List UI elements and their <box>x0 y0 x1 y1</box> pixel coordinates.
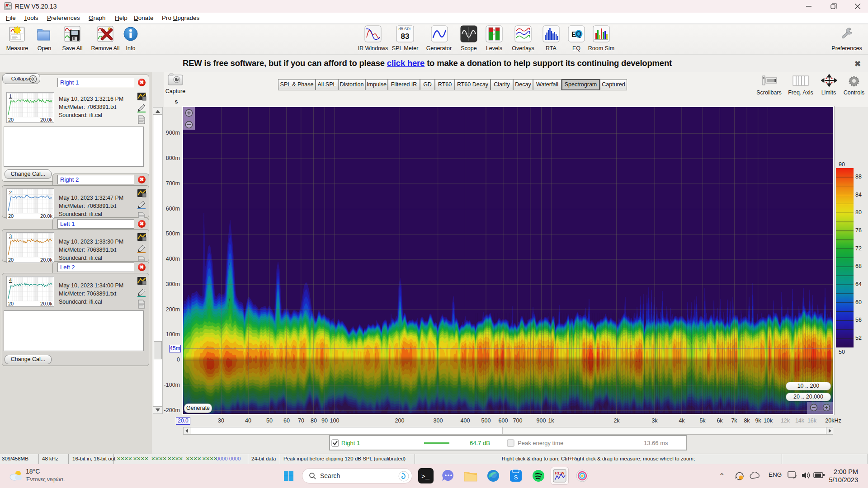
svg-text:REW: REW <box>555 471 565 475</box>
svg-text:>_: >_ <box>421 473 430 481</box>
svg-text:2: 2 <box>9 190 12 195</box>
svg-text:20.0k: 20.0k <box>40 301 52 306</box>
svg-text:83: 83 <box>401 32 410 41</box>
svg-text:20: 20 <box>8 301 14 306</box>
svg-text:20: 20 <box>8 117 14 122</box>
svg-text:S: S <box>514 474 518 481</box>
svg-text:4: 4 <box>9 277 12 283</box>
svg-text:20: 20 <box>8 257 14 263</box>
svg-text:dB SPL: dB SPL <box>399 27 412 31</box>
svg-text:1: 1 <box>9 94 12 99</box>
svg-text:20: 20 <box>8 213 14 219</box>
svg-text:20.0k: 20.0k <box>40 257 52 263</box>
svg-text:Q: Q <box>576 30 581 38</box>
svg-text:3: 3 <box>9 234 12 239</box>
svg-text:20.0k: 20.0k <box>40 117 52 122</box>
svg-text:20.0k: 20.0k <box>40 213 52 219</box>
